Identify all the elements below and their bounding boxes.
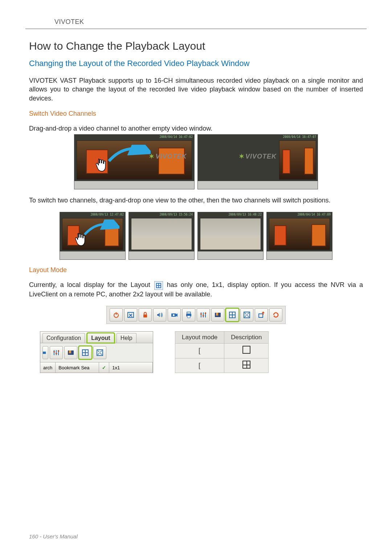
video-window-source[interactable]: 2008/04/14 16:47:02 VIVOTEK — [74, 134, 195, 189]
lock-icon[interactable] — [139, 308, 152, 321]
svg-rect-31 — [56, 353, 57, 354]
switch-p1: Drag-and-drop a video channel to another… — [29, 124, 363, 133]
video-footer — [74, 181, 194, 189]
settings-sliders-icon[interactable] — [50, 346, 63, 359]
refresh-icon[interactable] — [269, 308, 282, 321]
svg-rect-30 — [53, 351, 55, 352]
menu-tab-help[interactable]: Help — [117, 333, 136, 343]
section-layout-mode: Layout Mode — [29, 266, 363, 274]
vivotek-logo: VIVOTEK — [239, 152, 277, 160]
table-row: [ — [175, 358, 269, 373]
layout-grid-icon[interactable] — [79, 346, 92, 359]
check-icon: ✓ — [99, 362, 109, 373]
bookmark-icon[interactable] — [64, 346, 77, 359]
video-footer — [267, 251, 332, 259]
layout-grid-icon[interactable] — [226, 308, 239, 321]
drag-arrow-icon — [83, 219, 119, 238]
svg-rect-26 — [43, 352, 46, 354]
close-window-icon[interactable] — [124, 308, 137, 321]
svg-rect-32 — [58, 350, 59, 352]
menu-tab-bar: ConfigurationLayoutHelp — [40, 332, 153, 343]
svg-rect-25 — [259, 314, 263, 317]
print-icon[interactable] — [182, 308, 195, 321]
layout-1x1-icon — [242, 346, 250, 354]
table-header: Layout mode — [175, 332, 224, 344]
camera-switch-icon[interactable] — [168, 308, 181, 321]
switch-p2: To switch two channels, drag-and-drop on… — [29, 196, 363, 205]
table-row: [ — [175, 344, 269, 358]
svg-rect-11 — [187, 312, 191, 314]
playback-toolbar — [106, 306, 286, 324]
submenu-cell[interactable]: arch — [40, 362, 56, 373]
submenu-cell[interactable]: Bookmark Sea — [56, 362, 99, 373]
brand-text: VIVOTEK — [54, 18, 84, 25]
page-title: How to Change the Playback Layout — [29, 40, 363, 52]
layout-paragraph: Currently, a local display for the Layou… — [29, 280, 363, 299]
svg-rect-18 — [203, 315, 204, 316]
video-window-empty[interactable]: 2008/04/14 16:47:07 VIVOTEK — [197, 134, 318, 189]
video-footer — [129, 251, 194, 259]
volume-icon[interactable] — [153, 308, 166, 321]
submenu-value[interactable]: 1x1 — [109, 362, 153, 373]
bookmark-icon[interactable] — [211, 308, 224, 321]
intro-paragraph: VIVOTEK VAST Playback supports up to 16-… — [29, 76, 363, 103]
svg-point-10 — [173, 314, 175, 316]
video-footer — [198, 181, 318, 189]
vivotek-logo: VIVOTEK — [149, 152, 187, 160]
camera-switch-icon[interactable] — [42, 346, 48, 359]
timestamp-label: 2008/09/13 16:48:22 — [228, 213, 262, 216]
export-icon[interactable] — [255, 308, 268, 321]
menu-tab-layout[interactable]: Layout — [87, 333, 114, 343]
video-scene — [200, 218, 261, 250]
video-footer — [198, 251, 263, 259]
video-window[interactable]: 2008/09/13 15:56:24 — [128, 212, 195, 260]
layout-mode-symbol: [ — [199, 361, 201, 369]
video-scene — [131, 218, 192, 250]
layout-mode-table: Layout mode Description [ [ — [175, 331, 269, 373]
video-window[interactable]: 2008/09/13 12:47:02 — [60, 212, 126, 260]
timestamp-label: 2008/09/13 12:47:02 — [90, 213, 124, 216]
layout-p-pre: Currently, a local display for the Layou… — [29, 281, 154, 288]
video-scene — [279, 140, 316, 180]
timestamp-label: 2008/04/14 16:47:02 — [159, 135, 193, 139]
video-scene — [269, 218, 330, 250]
svg-rect-8 — [143, 315, 147, 317]
layout-submenu: arch Bookmark Sea ✓ 1x1 — [40, 362, 153, 373]
figure-drag-to-empty: 2008/04/14 16:47:02 VIVOTEK 2008/04/14 1… — [29, 134, 363, 189]
page-footer: 160 - User's Manual — [29, 533, 78, 539]
section-switch-channels: Switch Video Channels — [29, 110, 363, 118]
video-window[interactable]: 2008/04/14 16:47:09 — [266, 212, 332, 260]
fullscreen-icon[interactable] — [93, 346, 106, 359]
settings-sliders-icon[interactable] — [197, 308, 210, 321]
timestamp-label: 2008/09/13 15:56:24 — [159, 213, 193, 216]
layout-menu-panel: ConfigurationLayoutHelp arch Bookmark Se… — [40, 331, 153, 373]
timestamp-label: 2008/04/14 16:47:09 — [297, 213, 331, 216]
video-window[interactable]: 2008/09/13 16:48:22 — [197, 212, 264, 260]
svg-rect-13 — [187, 316, 190, 318]
svg-rect-17 — [200, 313, 202, 315]
video-footer — [60, 251, 125, 259]
layout-grid-icon — [154, 281, 163, 290]
drag-arrow-icon — [107, 145, 151, 163]
layout-2x2-icon — [242, 361, 250, 369]
fullscreen-icon[interactable] — [240, 308, 253, 321]
power-icon[interactable] — [110, 308, 123, 321]
svg-rect-19 — [205, 313, 206, 314]
layout-mode-symbol: [ — [199, 346, 201, 354]
menu-tab-configuration[interactable]: Configuration — [42, 333, 85, 343]
page-subtitle: Changing the Layout of the Recorded Vide… — [29, 59, 363, 68]
table-header: Description — [224, 332, 269, 344]
timestamp-label: 2008/04/14 16:47:07 — [283, 135, 316, 139]
hand-cursor-icon — [94, 158, 107, 172]
figure-swap-channels: 2008/09/13 12:47:02 2008/09/13 15:56:24 … — [29, 212, 363, 260]
menu-icon-row — [40, 343, 153, 362]
